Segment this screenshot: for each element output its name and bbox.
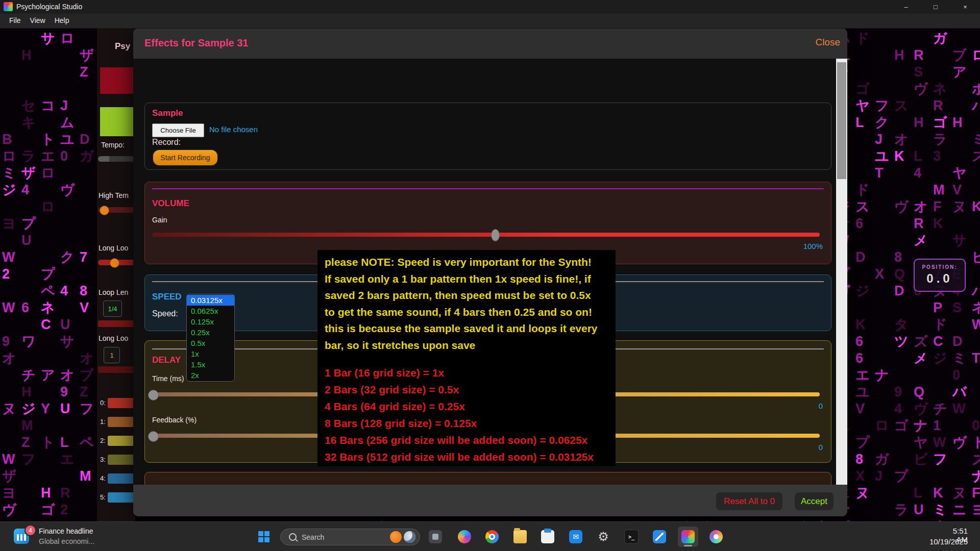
matrix-glyph: 8 [894,251,902,264]
dialog-close-button[interactable]: Close [815,37,840,48]
row-label: 1: [100,418,106,425]
pattern-row: 1: [97,416,135,428]
gain-slider[interactable] [152,233,820,237]
matrix-glyph: フ [80,402,94,416]
sample-list-panel: Psy Tempo: High Tem Long Loo Loop Len 1/… [97,28,135,521]
moon-icon [404,531,415,543]
speed-option-0.03125x[interactable]: 0.03125x [187,295,234,306]
matrix-glyph: W [2,301,15,315]
delay-time-slider-thumb[interactable] [148,390,159,400]
matrix-glyph: ロ [2,149,16,163]
maximize-button[interactable]: □ [921,0,950,14]
dialog-scrollbar[interactable] [836,59,847,485]
taskbar-icon-task-view[interactable] [425,527,446,547]
taskbar-icon-paint[interactable] [706,527,726,547]
tempo-slider[interactable] [98,156,135,162]
taskbar-icon-vscode[interactable] [649,527,670,547]
row-bar[interactable] [108,417,135,427]
taskbar-icon-terminal[interactable]: >_ [621,527,642,547]
clock-date[interactable]: 10/19/2025 [929,537,968,546]
taskbar-icon-mail[interactable]: ✉ [566,527,586,547]
taskbar-icon-copilot[interactable] [454,527,475,547]
start-recording-button[interactable]: Start Recording [152,149,218,166]
speed-note-box: please NOTE: Speed is very important for… [317,250,616,466]
sample-pad-green[interactable] [100,107,135,136]
minimize-button[interactable]: – [891,0,921,14]
terminal-icon: >_ [624,530,639,544]
matrix-glyph: 2 [60,503,68,517]
matrix-glyph: W [2,453,15,466]
matrix-glyph: ゴ [894,419,909,433]
sample-pad-red[interactable] [100,67,135,94]
taskbar-icon-psychological-studio[interactable] [678,527,698,547]
menu-help[interactable]: Help [55,16,69,24]
start-button[interactable] [258,531,270,542]
matrix-glyph: ア [952,65,967,79]
speed-option-0.5x[interactable]: 0.5x [187,338,234,348]
matrix-glyph: ブ [894,469,909,483]
matrix-glyph: V [855,402,865,416]
matrix-glyph: ス [855,200,870,214]
taskbar-icon-settings[interactable]: ⚙ [593,527,614,547]
long-loop-label: Long Loo [99,244,128,252]
reset-all-button[interactable]: Reset All to 0 [716,492,782,510]
dialog-scrollbar-thumb[interactable] [837,62,846,179]
matrix-glyph: ヤ [952,166,967,180]
search-input[interactable]: Search [280,529,420,545]
tempo-label: Tempo: [101,141,125,149]
matrix-glyph: ラ [933,133,947,146]
matrix-glyph: K [972,200,980,214]
speed-option-0.0625x[interactable]: 0.0625x [187,306,234,316]
matrix-glyph: H [41,486,51,500]
speed-option-1.5x[interactable]: 1.5x [187,359,234,370]
row-bar[interactable] [108,398,135,408]
matrix-glyph: M [933,183,945,197]
speed-option-2x[interactable]: 2x [187,370,234,381]
bar-count-button[interactable]: 1 [104,347,120,363]
matrix-glyph: K [933,486,943,500]
matrix-glyph: K [855,318,866,332]
delay-feedback-slider-thumb[interactable] [148,431,159,442]
loop-len-button[interactable]: 1/4 [103,300,122,317]
long-loop-slider-thumb[interactable] [110,258,119,268]
matrix-glyph: ザ [80,48,94,62]
row-bar[interactable] [108,473,135,484]
matrix-glyph: ド [855,183,870,197]
row-bar[interactable] [108,455,135,465]
psychological-studio-icon [681,530,695,543]
notification-badge: 4 [24,524,36,536]
gain-slider-thumb[interactable] [491,229,500,241]
menu-view[interactable]: View [30,16,45,24]
matrix-glyph: R [914,48,924,62]
close-window-button[interactable]: × [950,0,980,14]
speed-option-1x[interactable]: 1x [187,348,234,359]
matrix-glyph: ニ [952,503,967,517]
matrix-glyph: S [914,65,923,79]
note-yellow: please NOTE: Speed is very important for… [325,254,608,354]
row-bar[interactable] [108,436,135,446]
matrix-glyph: ラ [894,503,909,517]
speed-dropdown[interactable]: 0.03125x0.0625x0.125x0.25x0.5x1x1.5x2x [186,294,235,382]
speed-option-0.125x[interactable]: 0.125x [187,316,234,327]
taskbar-icon-store[interactable] [537,527,558,547]
note-line: saved 2 bars pattern, then speed must be… [325,287,608,304]
row-bar[interactable] [108,492,135,503]
matrix-glyph: ド [933,318,947,332]
matrix-glyph: プ [21,217,36,231]
speed-option-0.25x[interactable]: 0.25x [187,327,234,338]
accept-button[interactable]: Accept [795,492,834,510]
choose-file-button[interactable]: Choose File [152,123,204,137]
matrix-glyph: ヤ [914,436,928,449]
matrix-glyph: B [2,133,12,146]
matrix-glyph: 6 [855,352,863,365]
matrix-glyph: W [952,402,965,416]
sample-heading: Sample [152,108,183,118]
menu-file[interactable]: File [9,16,21,24]
widgets-button[interactable]: 4 Finance headline Global economi... [9,522,127,551]
taskbar-icon-chrome[interactable] [482,527,502,547]
note-line: this is because the sample saved it and … [325,320,608,337]
matrix-glyph: F [933,200,942,214]
taskbar-icon-file-explorer[interactable] [510,527,530,547]
matrix-glyph: 6 [855,335,863,348]
high-temp-slider-thumb[interactable] [100,206,109,215]
